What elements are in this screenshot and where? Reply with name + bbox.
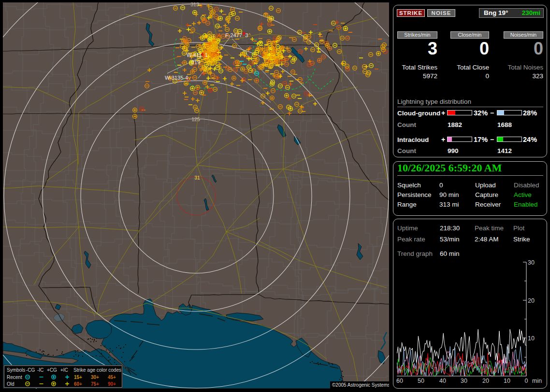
svg-text:31: 31 (194, 175, 200, 181)
svg-text:10: 10 (504, 378, 510, 384)
svg-text:-IC: -IC (37, 367, 43, 373)
svg-text:30: 30 (528, 259, 535, 266)
svg-text:+IC: +IC (60, 367, 68, 373)
svg-text:F-2477+3^: F-2477+3^ (225, 32, 251, 38)
svg-text:75+: 75+ (91, 381, 99, 387)
svg-text:60+: 60+ (74, 381, 82, 387)
svg-text:10: 10 (528, 335, 535, 342)
svg-text:15+: 15+ (74, 375, 82, 380)
svg-text:Symbols: Symbols (7, 367, 25, 373)
svg-text:min: min (532, 378, 542, 384)
svg-text:50: 50 (418, 378, 424, 384)
svg-text:Recent: Recent (7, 375, 22, 380)
svg-text:30+: 30+ (91, 375, 99, 380)
svg-text:219: 219 (191, 59, 200, 65)
svg-text:40: 40 (439, 378, 446, 384)
svg-text:30: 30 (461, 378, 467, 384)
svg-text:60: 60 (396, 378, 403, 384)
svg-text:W-3135-4v: W-3135-4v (165, 75, 191, 81)
svg-text:Old: Old (7, 381, 14, 387)
svg-text:-CG: -CG (26, 367, 35, 373)
svg-text:0: 0 (525, 378, 528, 384)
svg-text:+CG: +CG (47, 367, 57, 373)
svg-text:125: 125 (191, 116, 200, 122)
svg-text:Strike age color codes: Strike age color codes (73, 367, 121, 373)
svg-text:W-411+1: W-411+1 (187, 52, 208, 58)
svg-text:45+: 45+ (108, 375, 116, 380)
svg-text:20: 20 (482, 378, 489, 384)
svg-text:90+: 90+ (108, 381, 116, 387)
svg-text:313: 313 (190, 2, 199, 7)
svg-text:20: 20 (528, 297, 535, 304)
